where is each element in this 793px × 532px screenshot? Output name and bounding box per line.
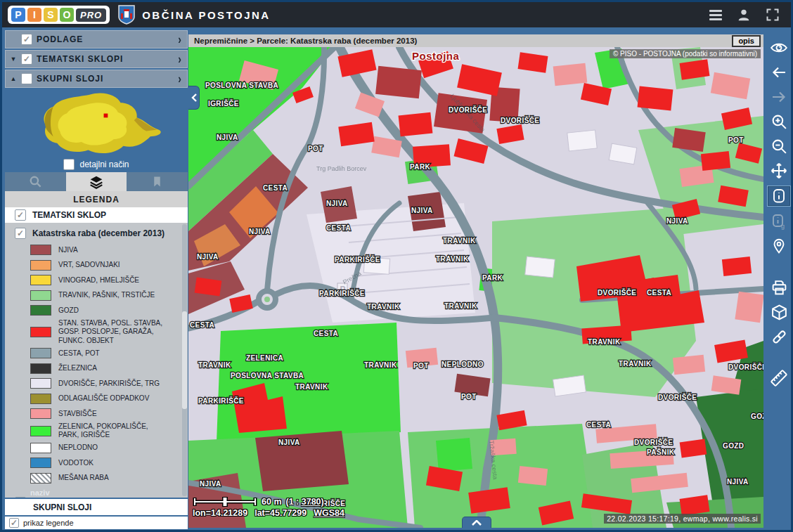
legend-scroll-thumb[interactable] bbox=[182, 311, 187, 409]
toolbar-zoom-in-button[interactable] bbox=[768, 112, 789, 131]
roundabout-center bbox=[264, 297, 270, 302]
tematski-checkbox[interactable] bbox=[21, 53, 32, 65]
legend-item-label: ŽELEZNICA bbox=[58, 364, 115, 373]
print-icon bbox=[771, 279, 788, 297]
legend-scrollbar[interactable] bbox=[182, 224, 187, 496]
chevron-right-icon[interactable]: › bbox=[178, 72, 181, 86]
podlage-checkbox[interactable] bbox=[21, 34, 32, 45]
search-icon bbox=[29, 175, 42, 188]
collapse-triangle-icon[interactable]: ▲ bbox=[6, 75, 21, 82]
map-label: TRAVNIK bbox=[588, 338, 621, 346]
map-label: POT bbox=[413, 362, 429, 370]
layer-checkbox[interactable] bbox=[15, 497, 26, 498]
map-view[interactable]: P Ljubljanska cestaTrg Padlih BorcevPreč… bbox=[188, 47, 763, 528]
map-label: NJIVA bbox=[278, 439, 300, 446]
tab-layers[interactable] bbox=[66, 172, 127, 191]
svg-text:g: g bbox=[781, 223, 785, 230]
bottom-panel-tab[interactable] bbox=[462, 517, 491, 528]
chevron-right-icon[interactable]: › bbox=[178, 32, 181, 47]
accordion-skupni-sloji[interactable]: ▲ SKUPNI SLOJI › bbox=[5, 70, 188, 88]
legend-item: TRAVNIK, PAŠNIK, TRSTIČJE bbox=[30, 288, 188, 304]
map-label: PARK bbox=[482, 274, 503, 282]
legend-item-label: STAN. STAVBA, POSL. STAVBA, GOSP. POSLOP… bbox=[58, 319, 188, 346]
skupni-sloji-section[interactable]: SKUPNI SLOJI bbox=[5, 499, 188, 515]
toolbar-history-back-button[interactable] bbox=[768, 63, 789, 82]
history-back-icon bbox=[771, 64, 787, 81]
legend-title: LEGENDA bbox=[5, 191, 188, 207]
fullscreen-icon[interactable] bbox=[766, 8, 780, 22]
legend-swatch bbox=[30, 473, 51, 484]
chevron-left-icon bbox=[191, 93, 197, 102]
toolbar-identify-group-button: g bbox=[768, 212, 789, 231]
opis-button[interactable]: opis bbox=[732, 35, 761, 47]
toolbar-identify-button[interactable] bbox=[768, 186, 790, 206]
legend-item: VODOTOK bbox=[30, 455, 188, 471]
menu-icon[interactable] bbox=[709, 10, 722, 20]
zoom-out-icon bbox=[771, 138, 788, 155]
map-label: PARK bbox=[410, 163, 431, 171]
layer-row-parcele[interactable]: Parcele ZKP (december 2013) bbox=[5, 497, 188, 498]
skupni-checkbox[interactable] bbox=[21, 73, 32, 84]
collapse-triangle-icon[interactable]: ▼ bbox=[6, 56, 21, 63]
accordion-tematski-sklopi[interactable]: ▼ TEMATSKI SKLOPI › bbox=[5, 50, 188, 68]
datum-link[interactable]: WGS84 bbox=[314, 508, 344, 518]
toolbar-pan-button[interactable] bbox=[768, 162, 789, 180]
prikaz-legende-checkbox[interactable] bbox=[9, 518, 19, 528]
legend-group-checkbox[interactable] bbox=[15, 209, 26, 221]
toolbar-zoom-out-button[interactable] bbox=[768, 137, 789, 155]
sidebar-collapse-tab[interactable] bbox=[188, 86, 200, 110]
detail-mode-label: detajlni način bbox=[79, 160, 129, 169]
toolbar-visibility-eye-button[interactable] bbox=[768, 39, 789, 57]
layer-label: Katastrska raba (december 2013) bbox=[32, 228, 165, 238]
sidebar-tabs bbox=[5, 172, 188, 191]
municipality-coat-of-arms-icon bbox=[118, 5, 135, 25]
legend-item-label: DVORIŠČE, PARKIRIŠČE, TRG bbox=[58, 379, 178, 389]
chevron-right-icon[interactable]: › bbox=[178, 52, 181, 67]
logo-pro-badge: PRO bbox=[76, 8, 106, 22]
naziv-label: naziv bbox=[5, 486, 188, 497]
legend-swatch bbox=[30, 458, 51, 468]
map-label: TRAVNIK bbox=[619, 360, 652, 368]
scale-ratio-link[interactable]: 3780 bbox=[302, 497, 321, 507]
bookmark-icon bbox=[151, 176, 163, 188]
app-window: P I S O PRO OBČINA POSTOJNA bbox=[0, 0, 793, 532]
legend-group-label: TEMATSKI SKLOP bbox=[32, 210, 106, 220]
user-icon[interactable] bbox=[736, 7, 752, 22]
accordion-label: SKUPNI SLOJI bbox=[37, 74, 103, 84]
map-label: IGRIŠČE bbox=[208, 99, 239, 108]
legend-group-row[interactable]: TEMATSKI SKLOP bbox=[5, 207, 188, 223]
toolbar-print-button[interactable] bbox=[768, 278, 789, 297]
toolbar-locate-button[interactable] bbox=[768, 237, 789, 255]
toolbar-share-link-button[interactable] bbox=[768, 327, 789, 346]
map-label: CESTA bbox=[263, 184, 288, 192]
legend-item: ODLAGALIŠČE ODPADKOV bbox=[30, 391, 188, 407]
logo-letter-p: P bbox=[11, 8, 25, 22]
detail-mode-checkbox[interactable] bbox=[63, 159, 75, 170]
toolbar-measure-button[interactable] bbox=[768, 369, 789, 387]
legend-swatch bbox=[30, 443, 51, 453]
layer-checkbox[interactable] bbox=[15, 228, 26, 239]
layer-row-katastrska[interactable]: Katastrska raba (december 2013) bbox=[5, 223, 188, 242]
identify-group-icon: g bbox=[771, 213, 787, 230]
legend-item-label: VODOTOK bbox=[58, 459, 112, 468]
legend-item-label: NJIVA bbox=[58, 246, 96, 255]
piso-logo[interactable]: P I S O PRO bbox=[8, 6, 110, 24]
legend-item: VINOGRAD, HMELJIŠČE bbox=[30, 273, 188, 288]
overview-map[interactable]: detajlni način bbox=[5, 89, 188, 172]
legend-item: NEPLODNO bbox=[30, 441, 188, 456]
legend-swatch bbox=[30, 426, 51, 436]
map-label: NEPLODNO bbox=[441, 361, 484, 368]
map-label: NJIVA bbox=[666, 217, 688, 225]
legend-swatch bbox=[30, 275, 51, 285]
toolbar-view-3d-button[interactable] bbox=[768, 303, 789, 321]
accordion-podlage[interactable]: PODLAGE › bbox=[5, 30, 188, 48]
map-canvas[interactable]: P Ljubljanska cestaTrg Padlih BorcevPreč… bbox=[188, 47, 763, 528]
map-label: TRAVNIK bbox=[198, 361, 231, 369]
legend-swatch bbox=[30, 378, 51, 389]
municipality-overview-shape bbox=[5, 89, 188, 157]
tab-search[interactable] bbox=[5, 172, 66, 191]
map-label: NJIVA bbox=[200, 480, 221, 488]
legend-swatch bbox=[30, 290, 51, 301]
street-label: Trg Padlih Borcev bbox=[316, 165, 367, 172]
tab-bookmarks[interactable] bbox=[127, 172, 188, 191]
